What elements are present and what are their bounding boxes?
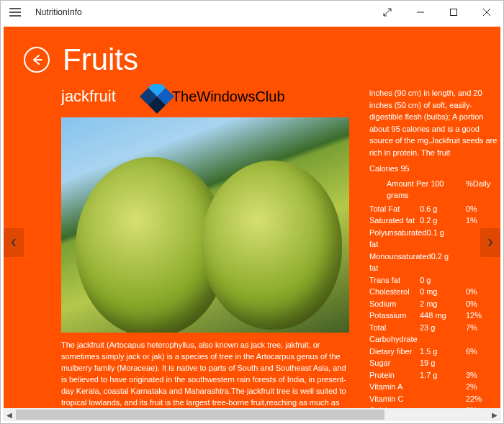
nutrition-row: Saturated fat0.2 g1% <box>369 215 500 227</box>
scrollbar-thumb[interactable] <box>16 410 384 420</box>
nutrient-value: 1.7 g <box>420 369 466 382</box>
subheading-row: jackfruit TheWindowsClub <box>61 84 349 109</box>
amount-header: Amount Per 100 grams <box>372 178 466 202</box>
nutrient-value: 0.1 g <box>427 227 469 251</box>
nutrient-name: Polyunsaturated fat <box>369 227 427 251</box>
nutrient-name: Cholesterol <box>369 286 420 298</box>
nutrient-value: 19 g <box>420 357 466 369</box>
nutrient-daily: 0% <box>466 203 500 215</box>
fullscreen-button[interactable] <box>371 1 404 24</box>
window-title: NutritionInfo <box>35 7 371 17</box>
nutrition-row: Potassium448 mg12% <box>369 310 500 322</box>
back-button[interactable] <box>24 47 50 73</box>
nutrition-row: Sugar19 g <box>369 357 500 369</box>
hamburger-menu-button[interactable] <box>1 1 30 24</box>
item-name: jackfruit <box>61 87 116 106</box>
page-header: Fruits <box>4 27 500 84</box>
nutrient-name: Sodium <box>369 298 420 310</box>
nutrient-value: 0.2 g <box>431 251 471 274</box>
nutrient-value: 448 mg <box>420 310 466 322</box>
nutrient-value: 0.2 g <box>420 215 466 227</box>
scrollbar-track[interactable] <box>16 408 488 421</box>
nutrient-name: Total Carbohydrate <box>369 322 420 346</box>
nutrient-daily: 6% <box>466 346 500 358</box>
nutrient-value: 1.5 g <box>420 346 466 358</box>
nutrient-value: 0.6 g <box>420 203 466 215</box>
nutrient-name: Protein <box>369 369 420 382</box>
nutrient-value <box>420 381 466 393</box>
minimize-icon <box>416 8 425 17</box>
nutrition-row: Total Fat0.6 g0% <box>369 203 500 215</box>
nutrient-value: 0 mg <box>420 286 466 298</box>
nutrient-name: Vitamin C <box>369 393 420 405</box>
maximize-icon <box>449 8 458 17</box>
watermark-text: TheWindowsClub <box>172 89 285 105</box>
nutrient-name: Dietary fiber <box>369 346 420 358</box>
nutrient-value <box>420 393 466 405</box>
nutrient-daily: 1% <box>466 215 500 227</box>
jackfruit-shape <box>202 161 342 330</box>
back-arrow-icon <box>30 53 43 66</box>
left-column: jackfruit TheWindowsClub <box>61 84 349 420</box>
nutrient-value: 2 mg <box>420 298 466 310</box>
chevron-left-icon: ◀ <box>6 411 12 419</box>
scroll-left-button[interactable]: ◀ <box>3 408 16 421</box>
nutrition-row: Vitamin A2% <box>369 381 500 393</box>
nutrition-row: Vitamin C22% <box>369 393 500 405</box>
nutrition-header-row: Amount Per 100 grams %Daily <box>369 178 500 202</box>
scroll-right-button[interactable]: ▶ <box>488 408 501 421</box>
minimize-button[interactable] <box>404 1 437 24</box>
page-title: Fruits <box>63 42 138 77</box>
nutrient-name: Monounsaturated fat <box>369 251 431 274</box>
svg-rect-0 <box>451 9 457 16</box>
nutrition-row: Trans fat0 g <box>369 274 500 287</box>
calories-line: Calories 95 <box>369 163 500 175</box>
chevron-right-icon <box>487 238 494 248</box>
nutrient-daily: 22% <box>466 393 500 405</box>
nutrient-daily: 2% <box>466 381 500 393</box>
app-window: NutritionInfo <box>0 0 504 424</box>
titlebar: NutritionInfo <box>1 1 503 24</box>
chevron-left-icon <box>10 238 17 248</box>
nutrient-name: Sugar <box>369 357 420 369</box>
nutrient-name: Potassium <box>369 310 420 322</box>
continued-text: inches (90 cm) in length, and 20 inches … <box>369 87 500 158</box>
nutrient-value: 0 g <box>420 274 466 287</box>
nutrition-row: Dietary fiber1.5 g6% <box>369 346 500 358</box>
windows-logo-icon <box>140 84 174 114</box>
nutrient-name: Saturated fat <box>369 215 420 227</box>
prev-item-button[interactable] <box>4 228 24 257</box>
nutrient-daily: 12% <box>466 310 500 322</box>
nutrient-daily <box>466 357 500 369</box>
nutrition-row: Total Carbohydrate23 g7% <box>369 322 500 346</box>
app-content: Fruits jackfruit TheWindowsClub <box>4 27 500 420</box>
nutrition-row: Protein1.7 g3% <box>369 369 500 382</box>
nutrient-daily: 3% <box>466 369 500 382</box>
close-button[interactable] <box>470 1 503 24</box>
nutrient-daily: 7% <box>466 322 500 346</box>
nutrient-name: Total Fat <box>369 203 420 215</box>
maximize-button[interactable] <box>437 1 470 24</box>
item-photo <box>61 117 349 333</box>
nutrient-daily <box>466 274 500 287</box>
nutrient-value: 23 g <box>420 322 466 346</box>
nutrient-daily: 0% <box>466 298 500 310</box>
chevron-right-icon: ▶ <box>492 411 498 419</box>
nutrient-name: Trans fat <box>369 274 420 287</box>
content-area: jackfruit TheWindowsClub <box>4 84 500 420</box>
nutrient-daily: 0% <box>466 286 500 298</box>
daily-header: %Daily <box>466 178 500 202</box>
next-item-button[interactable] <box>480 228 500 257</box>
fullscreen-icon <box>383 8 392 17</box>
close-icon <box>482 8 491 17</box>
window-controls <box>371 1 503 24</box>
watermark-logo: TheWindowsClub <box>145 84 285 109</box>
hamburger-icon <box>9 8 21 17</box>
horizontal-scrollbar[interactable]: ◀ ▶ <box>3 408 501 421</box>
nutrient-name: Vitamin A <box>369 381 420 393</box>
nutrition-row: Sodium2 mg0% <box>369 298 500 310</box>
nutrition-row: Cholesterol0 mg0% <box>369 286 500 298</box>
